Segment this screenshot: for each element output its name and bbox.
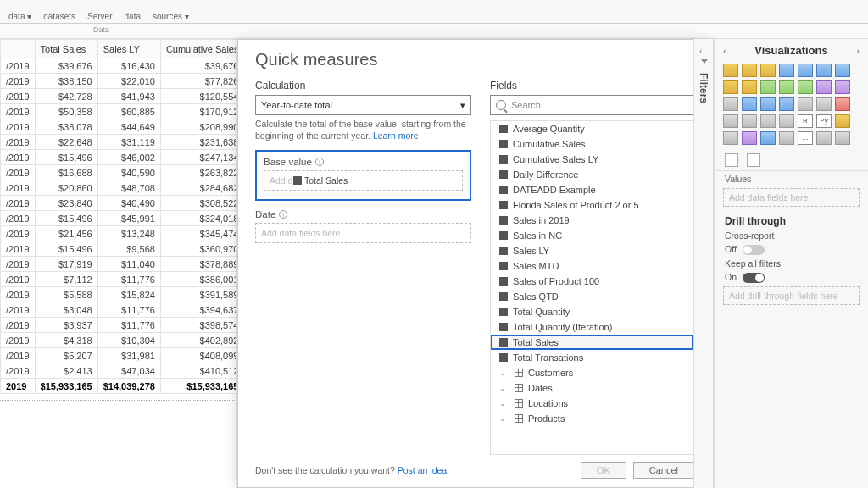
viz-type-icon[interactable] [760, 97, 776, 111]
cancel-button[interactable]: Cancel [633, 462, 694, 479]
field-item[interactable]: Cumulative Sales [491, 136, 693, 152]
table-item[interactable]: ⌄Products [491, 411, 693, 426]
base-value-dropzone[interactable]: Add d Total Sales [264, 170, 463, 191]
table-row[interactable]: /2019$39,676$16,430$39,676 [1, 58, 238, 74]
field-item[interactable]: Sales MTD [491, 258, 693, 274]
field-item[interactable]: Sales in 2019 [491, 213, 693, 228]
table-row[interactable]: /2019$21,456$13,248$345,474 [1, 226, 238, 241]
field-item[interactable]: Average Quantity [491, 121, 693, 136]
viz-type-icon[interactable] [742, 64, 757, 77]
learn-more-link[interactable]: Learn more [373, 130, 419, 141]
viz-type-icon[interactable]: … [798, 131, 813, 145]
table-row[interactable]: /2019$38,078$44,649$208,990 [1, 119, 238, 135]
table-row[interactable]: /2019$20,860$48,708$284,682 [1, 180, 238, 196]
table-row[interactable]: /2019$4,318$10,304$402,892 [1, 333, 238, 348]
column-header[interactable]: Total Sales [35, 40, 97, 58]
table-row[interactable]: /2019$7,112$11,776$386,001 [1, 272, 238, 287]
ribbon-item[interactable]: data [125, 12, 141, 21]
table-row[interactable]: /2019$15,496$45,991$324,018 [1, 211, 238, 226]
viz-type-icon[interactable] [798, 80, 813, 94]
viz-type-icon[interactable] [816, 80, 832, 94]
column-header[interactable]: Sales LY [97, 40, 160, 58]
ok-button[interactable]: OK [581, 462, 626, 479]
column-header[interactable] [1, 40, 36, 58]
viz-type-icon[interactable] [742, 80, 757, 94]
table-row[interactable]: /2019$42,728$41,943$120,554 [1, 89, 238, 104]
field-item[interactable]: Total Transations [491, 350, 693, 365]
viz-type-icon[interactable] [760, 80, 776, 94]
ribbon-item[interactable]: datasets [43, 12, 75, 21]
calculation-dropdown[interactable]: Year-to-date total ▾ [255, 95, 471, 115]
viz-type-icon[interactable] [835, 64, 850, 77]
viz-type-icon[interactable] [835, 97, 850, 111]
table-row[interactable]: /2019$22,648$31,119$231,638 [1, 135, 238, 150]
table-row[interactable]: /2019$17,919$11,040$378,889 [1, 257, 238, 272]
fields-tab-icon[interactable] [725, 153, 738, 167]
viz-type-icon[interactable] [816, 97, 832, 111]
ribbon-item[interactable]: sources ▾ [153, 12, 189, 21]
viz-type-icon[interactable] [742, 131, 757, 145]
ribbon-item[interactable]: Server [87, 12, 112, 21]
viz-type-icon[interactable]: R [798, 114, 813, 128]
post-idea-link[interactable]: Post an idea [398, 465, 447, 475]
info-icon[interactable]: i [279, 210, 287, 219]
table-row[interactable]: /2019$5,207$31,981$408,099 [1, 348, 238, 363]
viz-type-icon[interactable] [742, 97, 757, 111]
viz-type-icon[interactable] [835, 80, 850, 94]
viz-type-icon[interactable] [835, 114, 850, 128]
viz-type-icon[interactable] [779, 80, 794, 94]
format-tab-icon[interactable] [747, 153, 760, 167]
viz-type-icon[interactable] [760, 64, 776, 77]
chevron-right-icon[interactable]: › [856, 46, 860, 56]
viz-type-icon[interactable]: Py [816, 114, 832, 128]
table-row[interactable]: /2019$3,048$11,776$394,637 [1, 302, 238, 318]
table-row[interactable]: /2019$5,588$15,824$391,589 [1, 287, 238, 302]
column-header[interactable]: Cumulative Sales [160, 40, 237, 58]
viz-type-icon[interactable] [779, 114, 794, 128]
fields-search-input[interactable]: Search [490, 95, 694, 115]
field-item[interactable]: Cumulative Sales LY [491, 152, 693, 167]
viz-type-icon[interactable] [723, 64, 738, 77]
viz-type-icon[interactable] [816, 64, 832, 77]
table-row[interactable]: /2019$16,688$40,590$263,822 [1, 165, 238, 180]
filters-pane-collapsed[interactable]: ‹ Filters [693, 39, 714, 488]
field-item[interactable]: Sales LY [491, 243, 693, 258]
field-item[interactable]: Sales QTD [491, 289, 693, 304]
field-item[interactable]: Florida Sales of Product 2 or 5 [491, 197, 693, 213]
table-row[interactable]: /2019$2,413$47,034$410,512 [1, 363, 238, 379]
field-item[interactable]: Sales of Product 100 [491, 274, 693, 289]
viz-type-icon[interactable] [779, 64, 794, 77]
field-item[interactable]: DATEADD Example [491, 182, 693, 197]
viz-type-icon[interactable] [760, 114, 776, 128]
drill-through-dropzone[interactable]: Add drill-through fields here [723, 286, 860, 305]
viz-type-icon[interactable] [798, 64, 813, 77]
viz-type-icon[interactable] [835, 131, 850, 145]
table-item[interactable]: ⌄Locations [491, 396, 693, 411]
cross-report-toggle[interactable] [743, 245, 765, 255]
viz-type-icon[interactable] [723, 80, 738, 94]
viz-type-icon[interactable] [723, 114, 738, 128]
table-row[interactable]: /2019$23,840$40,490$308,522 [1, 196, 238, 211]
table-row[interactable]: /2019$38,150$22,010$77,826 [1, 74, 238, 89]
keep-filters-toggle[interactable] [743, 273, 765, 283]
fields-list[interactable]: Average QuantityCumulative SalesCumulati… [490, 120, 694, 455]
viz-type-icon[interactable] [816, 131, 832, 145]
values-dropzone[interactable]: Add data fields here [723, 188, 860, 207]
chevron-left-icon[interactable]: ‹ [723, 46, 726, 56]
viz-type-icon[interactable] [779, 97, 794, 111]
info-icon[interactable]: i [315, 158, 324, 166]
field-item[interactable]: Total Quantity (Iteration) [491, 319, 693, 335]
viz-type-icon[interactable] [760, 131, 776, 145]
date-dropzone[interactable]: Add data fields here [255, 223, 471, 243]
field-item[interactable]: Daily Difference [491, 167, 693, 182]
field-item[interactable]: Total Sales [491, 335, 693, 350]
viz-type-icon[interactable] [779, 131, 794, 145]
viz-type-icon[interactable] [723, 97, 738, 111]
table-row[interactable]: /2019$3,937$11,776$398,574 [1, 318, 238, 333]
table-row[interactable]: /2019$50,358$60,885$170,912 [1, 104, 238, 119]
viz-type-icon[interactable] [742, 114, 757, 128]
viz-type-icon[interactable] [723, 131, 738, 145]
field-item[interactable]: Sales in NC [491, 228, 693, 243]
ribbon-item[interactable]: data ▾ [8, 12, 31, 21]
table-row[interactable]: /2019$15,496$46,002$247,134 [1, 150, 238, 165]
